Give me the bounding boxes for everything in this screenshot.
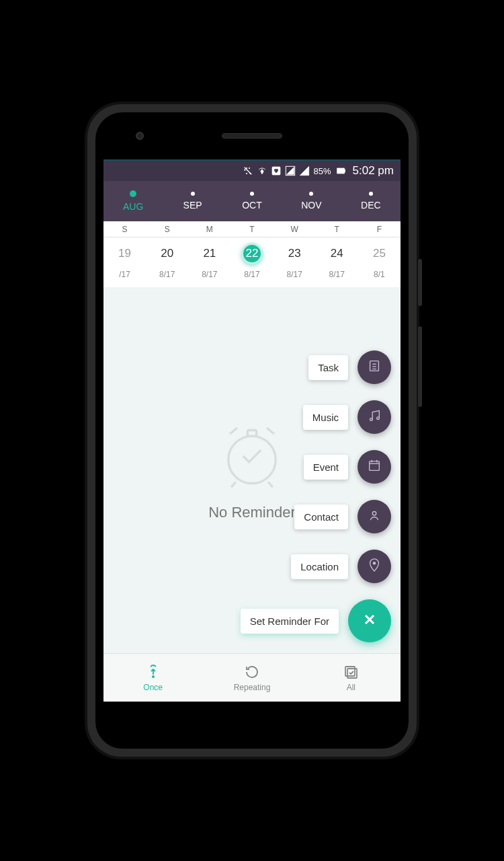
date-cell-23[interactable]: 23 [274,247,316,260]
sub-date: 8/17 [274,270,316,287]
month-label: NOV [301,200,321,211]
sub-date: 8/1 [358,270,401,287]
date-number: 23 [288,247,301,260]
svg-rect-3 [337,168,344,174]
date-cell-24[interactable]: 24 [316,247,358,260]
svg-line-6 [230,428,237,434]
month-tab-aug[interactable]: AUG [103,181,163,221]
phone-camera [136,132,144,140]
fab-label-contact: Contact [294,504,348,529]
vibrate-icon [243,165,253,176]
sub-date: /17 [103,270,146,287]
fab-button-task[interactable] [358,350,391,384]
date-cell-20[interactable]: 20 [146,247,188,260]
month-dot-icon [130,190,136,197]
month-tab-dec[interactable]: DEC [341,181,401,221]
nav-repeating-label: Repeating [234,683,271,692]
nav-all-label: All [347,683,355,692]
fab-button-location[interactable] [358,550,391,583]
fab-row-music: Music [303,400,391,434]
date-number: 25 [373,247,386,260]
location-icon [367,558,382,575]
svg-line-0 [244,167,251,175]
day-letter: F [358,221,401,237]
fab-button-music[interactable] [358,400,391,434]
fab-label-location: Location [291,554,348,579]
month-label: AUG [123,201,143,212]
heart-icon [271,165,282,176]
phone-speaker [222,133,282,139]
sub-date: 8/17 [230,270,273,287]
date-number: 22 [241,243,263,264]
task-icon [367,359,382,376]
date-row: 19202122232425 [103,237,401,270]
date-cell-21[interactable]: 21 [188,247,230,260]
fab-main-button[interactable] [348,599,391,642]
sub-date-row: /178/178/178/178/178/178/1 [103,270,401,287]
day-header: SSMTWTF [103,221,401,237]
signal-icon [285,165,296,176]
fab-row-task: Task [308,350,391,384]
month-tab-nov[interactable]: NOV [282,181,341,221]
sub-date: 8/17 [188,270,230,287]
month-tab-oct[interactable]: OCT [222,181,282,221]
day-letter: S [103,221,146,237]
nav-all[interactable]: All [302,654,401,702]
date-cell-25[interactable]: 25 [358,247,401,260]
fab-row-location: Location [291,550,391,583]
nav-once[interactable]: Once [103,654,202,702]
date-number: 24 [331,247,343,260]
contact-icon [367,508,382,525]
phone-frame: 85% 5:02 pm AUGSEPOCTNOVDEC SSMTWTF 1920… [87,104,417,757]
fab-label-music: Music [303,405,348,430]
month-tab-sep[interactable]: SEP [163,181,222,221]
fab-button-contact[interactable] [358,500,391,533]
date-number: 20 [161,247,173,260]
month-label: SEP [183,200,202,211]
svg-rect-17 [370,461,380,471]
fab-label-event: Event [304,455,348,480]
battery-percent: 85% [314,166,331,176]
fab-menu: Task Music Event Contact Location Set Re… [241,350,391,642]
event-icon [367,458,382,476]
nav-repeating[interactable]: Repeating [202,654,301,702]
music-icon [367,408,382,426]
close-icon [362,611,378,630]
sub-date: 8/17 [146,270,188,287]
day-letter: W [274,221,316,237]
phone-bezel-top [95,112,409,159]
svg-point-16 [377,417,380,420]
month-label: OCT [242,200,262,211]
month-tabs: AUGSEPOCTNOVDEC [103,181,401,221]
nav-once-label: Once [143,683,163,692]
signal2-icon [299,165,310,176]
date-cell-22[interactable]: 22 [230,243,273,264]
month-dot-icon [191,192,195,196]
date-cell-19[interactable]: 19 [103,247,146,260]
day-letter: S [146,221,188,237]
status-time: 5:02 pm [353,164,394,178]
phone-side-button [418,259,422,306]
month-label: DEC [361,200,381,211]
svg-point-25 [373,562,376,565]
svg-point-15 [370,418,373,421]
svg-rect-4 [344,170,345,172]
fab-main-label: Set Reminder For [241,609,339,634]
status-bar: 85% 5:02 pm [103,159,401,181]
month-dot-icon [369,192,373,196]
screen: 85% 5:02 pm AUGSEPOCTNOVDEC SSMTWTF 1920… [103,159,401,702]
fab-row-contact: Contact [294,500,391,533]
phone-side-button [418,326,422,407]
fab-row-event: Event [304,450,391,484]
battery-icon [335,165,346,176]
status-icons [243,165,310,176]
day-letter: M [188,221,230,237]
svg-line-8 [231,482,236,488]
month-dot-icon [309,192,313,196]
svg-point-28 [152,675,155,678]
wifi-icon [257,165,267,176]
bottom-nav: Once Repeating All [103,653,401,702]
date-number: 21 [203,247,216,260]
date-number: 19 [118,247,131,260]
fab-button-event[interactable] [358,450,391,484]
